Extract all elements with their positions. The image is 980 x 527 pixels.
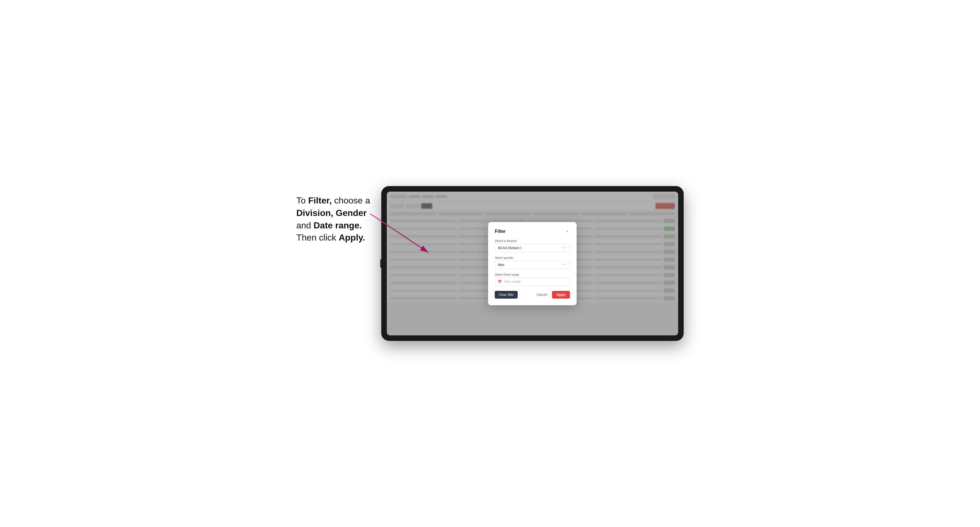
instruction-line2: Division, Gender [296, 208, 367, 218]
date-placeholder: Pick a date [504, 280, 520, 284]
instruction-line1: To Filter, choose a [296, 195, 370, 205]
division-form-group: Select a division NCAA Division I × ⌃ [495, 239, 570, 252]
date-form-group: Select Date range 📅 Pick a date [495, 273, 570, 286]
modal-footer: Clear filter Cancel Apply [495, 291, 570, 298]
gender-label: Select gender [495, 256, 570, 259]
division-select[interactable]: NCAA Division I × ⌃ [495, 244, 570, 252]
modal-close-button[interactable]: × [565, 229, 570, 234]
instruction-line4: Then click Apply. [296, 233, 365, 243]
date-input[interactable]: 📅 Pick a date [495, 278, 570, 286]
gender-clear-icon[interactable]: × [562, 263, 564, 267]
calendar-icon: 📅 [498, 280, 502, 284]
instruction-text: To Filter, choose a Division, Gender and… [296, 186, 370, 244]
filter-modal: Filter × Select a division NCAA Division… [488, 222, 577, 305]
modal-header: Filter × [495, 229, 570, 234]
division-value: NCAA Division I [495, 244, 562, 252]
division-select-actions: × ⌃ [562, 246, 570, 250]
gender-select-actions: × ⌃ [562, 263, 570, 267]
gender-value: Men [495, 261, 562, 269]
tablet-wrapper: Filter × Select a division NCAA Division… [381, 186, 684, 341]
apply-button[interactable]: Apply [552, 291, 570, 298]
date-label: Select Date range [495, 273, 570, 276]
division-chevron-icon: ⌃ [565, 246, 568, 249]
tablet-notch [380, 259, 381, 268]
modal-overlay: Filter × Select a division NCAA Division… [387, 192, 678, 335]
clear-filter-button[interactable]: Clear filter [495, 291, 518, 298]
gender-form-group: Select gender Men × ⌃ [495, 256, 570, 269]
tablet-screen: Filter × Select a division NCAA Division… [387, 192, 678, 335]
division-label: Select a division [495, 239, 570, 243]
division-clear-icon[interactable]: × [562, 246, 564, 250]
tablet: Filter × Select a division NCAA Division… [381, 186, 684, 341]
modal-footer-right: Cancel Apply [534, 291, 570, 298]
modal-title: Filter [495, 229, 506, 234]
cancel-button[interactable]: Cancel [534, 291, 550, 298]
gender-select[interactable]: Men × ⌃ [495, 261, 570, 269]
gender-chevron-icon: ⌃ [565, 263, 568, 266]
instruction-line3: and Date range. [296, 221, 362, 230]
page-container: To Filter, choose a Division, Gender and… [296, 186, 684, 341]
